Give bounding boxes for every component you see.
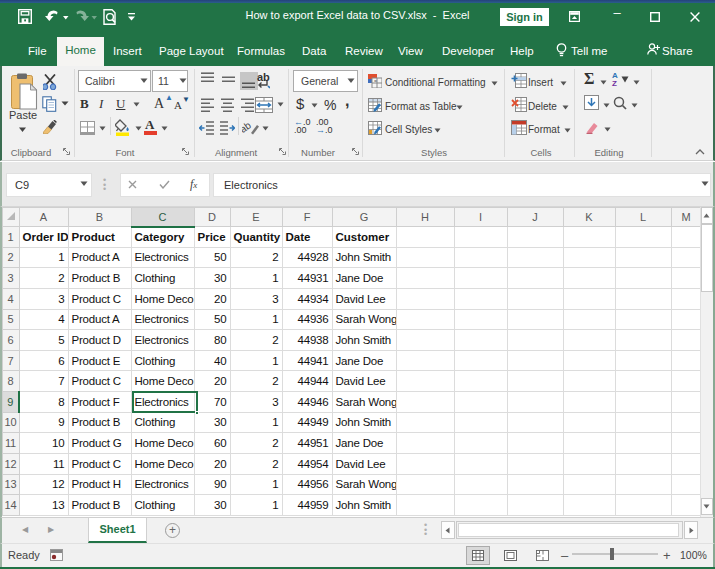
svg-text:=: = xyxy=(374,78,377,84)
